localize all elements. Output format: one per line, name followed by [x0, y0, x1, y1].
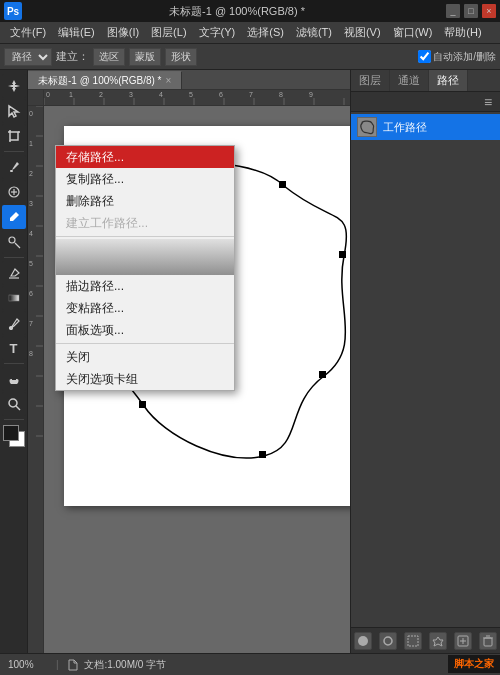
minimize-button[interactable]: _	[446, 4, 460, 18]
context-menu-close-tab-group[interactable]: 关闭选项卡组	[56, 368, 234, 390]
tool-brush[interactable]	[2, 205, 26, 229]
path-thumbnail	[357, 117, 377, 137]
make-work-path-button[interactable]	[429, 632, 447, 650]
watermark: 脚本之家	[448, 655, 500, 673]
build-label: 建立：	[56, 49, 89, 64]
tool-text[interactable]: T	[2, 336, 26, 360]
svg-text:3: 3	[129, 91, 133, 98]
h-ruler-svg: 0 1 2 3 4 5 6 7 8 9	[44, 90, 350, 105]
tool-zoom[interactable]	[2, 392, 26, 416]
tab-channels[interactable]: 通道	[390, 70, 429, 91]
stroke-path-button[interactable]	[379, 632, 397, 650]
svg-rect-12	[9, 295, 19, 301]
menu-help[interactable]: 帮助(H)	[438, 23, 487, 42]
svg-text:5: 5	[29, 260, 33, 267]
svg-text:4: 4	[159, 91, 163, 98]
context-menu-panel-options[interactable]: 面板选项...	[56, 319, 234, 341]
svg-text:7: 7	[249, 91, 253, 98]
tool-name-display: 路径	[4, 48, 52, 66]
auto-add-delete-checkbox[interactable]	[418, 50, 431, 63]
shape-button[interactable]: 形状	[165, 48, 197, 66]
svg-rect-38	[28, 106, 43, 653]
menu-edit[interactable]: 编辑(E)	[52, 23, 101, 42]
svg-text:6: 6	[29, 290, 33, 297]
selection-button[interactable]: 选区	[93, 48, 125, 66]
svg-text:8: 8	[279, 91, 283, 98]
paths-panel-footer	[351, 627, 500, 653]
foreground-color[interactable]	[3, 425, 19, 441]
toolbar-separator-4	[4, 419, 24, 420]
tool-eraser[interactable]	[2, 261, 26, 285]
menu-file[interactable]: 文件(F)	[4, 23, 52, 42]
menu-image[interactable]: 图像(I)	[101, 23, 145, 42]
tool-clone-stamp[interactable]	[2, 230, 26, 254]
tool-hand[interactable]	[2, 367, 26, 391]
context-menu-duplicate-path[interactable]: 复制路径...	[56, 168, 234, 190]
mask-button[interactable]: 蒙版	[129, 48, 161, 66]
menu-text[interactable]: 文字(Y)	[193, 23, 242, 42]
tool-crop[interactable]	[2, 124, 26, 148]
tool-move[interactable]	[2, 74, 26, 98]
tab-close-icon[interactable]: ×	[166, 75, 172, 86]
context-menu-close[interactable]: 关闭	[56, 346, 234, 368]
context-menu-sticky-path[interactable]: 变粘路径...	[56, 297, 234, 319]
path-item-work[interactable]: 工作路径	[351, 114, 500, 140]
context-menu-stroke-path[interactable]: 描边路径...	[56, 275, 234, 297]
fill-path-button[interactable]	[354, 632, 372, 650]
svg-text:1: 1	[29, 140, 33, 147]
menu-window[interactable]: 窗口(W)	[387, 23, 439, 42]
canvas-tab-bar: 未标题-1 @ 100%(RGB/8) * ×	[28, 70, 350, 90]
options-bar: 路径 建立： 选区 蒙版 形状 自动添加/删除	[0, 44, 500, 70]
toolbar-separator-1	[4, 151, 24, 152]
svg-rect-65	[139, 401, 146, 408]
tool-eyedropper[interactable]	[2, 155, 26, 179]
svg-point-10	[9, 237, 15, 243]
app-logo: Ps	[4, 2, 22, 20]
load-as-selection-button[interactable]	[404, 632, 422, 650]
color-boxes[interactable]	[3, 425, 25, 447]
context-menu-faded	[56, 239, 234, 275]
context-menu-save-path[interactable]: 存储路径...	[56, 146, 234, 168]
menu-select[interactable]: 选择(S)	[241, 23, 290, 42]
svg-point-14	[9, 399, 17, 407]
svg-point-67	[358, 636, 368, 646]
tab-layers[interactable]: 图层	[351, 70, 390, 91]
svg-text:0: 0	[29, 110, 33, 117]
close-button[interactable]: ×	[482, 4, 496, 18]
canvas-tab-active[interactable]: 未标题-1 @ 100%(RGB/8) * ×	[28, 71, 182, 89]
status-bar: 100% | 文档:1.00M/0 字节	[0, 653, 500, 675]
context-menu-sep-2	[56, 343, 234, 344]
panel-tabs-row: 图层 通道 路径	[351, 70, 500, 92]
svg-text:4: 4	[29, 230, 33, 237]
title-bar: Ps 未标题-1 @ 100%(RGB/8) * _ □ ×	[0, 0, 500, 22]
tool-select[interactable]: 路径	[4, 48, 52, 66]
tool-gradient[interactable]	[2, 286, 26, 310]
new-path-button[interactable]	[454, 632, 472, 650]
tool-heal[interactable]	[2, 180, 26, 204]
tool-selection[interactable]	[2, 99, 26, 123]
svg-rect-64	[259, 451, 266, 458]
svg-text:9: 9	[309, 91, 313, 98]
svg-rect-69	[408, 636, 418, 646]
paths-panel-menu-button[interactable]: ≡	[480, 94, 496, 110]
menu-filter[interactable]: 滤镜(T)	[290, 23, 338, 42]
svg-text:7: 7	[29, 320, 33, 327]
maximize-button[interactable]: □	[464, 4, 478, 18]
tab-paths[interactable]: 路径	[429, 70, 468, 91]
paths-panel: ≡ 工作路径	[351, 92, 500, 627]
svg-text:6: 6	[219, 91, 223, 98]
menu-view[interactable]: 视图(V)	[338, 23, 387, 42]
svg-rect-74	[484, 638, 492, 646]
tab-title: 未标题-1 @ 100%(RGB/8) *	[38, 74, 162, 88]
delete-path-button[interactable]	[479, 632, 497, 650]
doc-info: 文档:1.00M/0 字节	[67, 658, 492, 672]
svg-rect-1	[10, 132, 18, 140]
menu-layer[interactable]: 图层(L)	[145, 23, 192, 42]
tool-pen[interactable]	[2, 311, 26, 335]
path-item-label: 工作路径	[383, 120, 427, 135]
svg-point-13	[9, 327, 12, 330]
context-menu-delete-path[interactable]: 删除路径	[56, 190, 234, 212]
toolbar-separator-3	[4, 363, 24, 364]
svg-text:3: 3	[29, 200, 33, 207]
window-title: 未标题-1 @ 100%(RGB/8) *	[28, 4, 446, 19]
